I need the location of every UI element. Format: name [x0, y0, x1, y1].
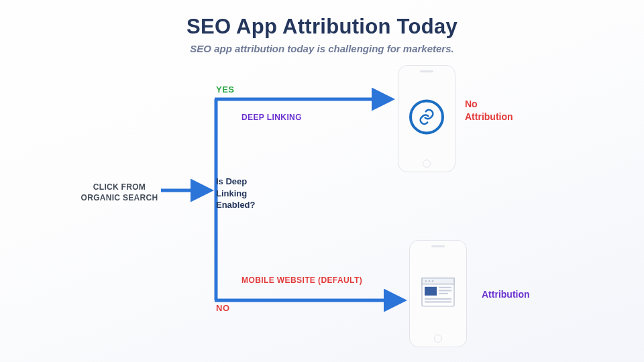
svg-rect-9 [425, 298, 451, 300]
svg-point-2 [425, 280, 427, 282]
browser-window-icon [421, 278, 455, 307]
phone-app-outcome [398, 65, 455, 172]
svg-rect-7 [439, 290, 451, 291]
branch-yes-label: YES [216, 84, 235, 96]
svg-point-4 [432, 280, 434, 282]
svg-rect-10 [425, 301, 451, 302]
link-chain-icon [409, 99, 444, 134]
branch-no-label: NO [216, 302, 230, 314]
svg-rect-6 [439, 287, 451, 288]
flow-arrows [0, 0, 644, 362]
path-mobile-website-label: MOBILE WEBSITE (DEFAULT) [241, 275, 362, 286]
decision-node-label: Is Deep Linking Enabled? [216, 176, 270, 211]
svg-point-3 [429, 280, 431, 282]
result-no-attribution-label: No Attribution [465, 98, 525, 123]
svg-rect-5 [425, 287, 437, 296]
start-node-label: CLICK FROM ORGANIC SEARCH [79, 182, 160, 203]
path-deep-linking-label: DEEP LINKING [241, 112, 302, 123]
svg-rect-8 [439, 293, 448, 294]
result-attribution-label: Attribution [482, 288, 530, 301]
phone-web-outcome [409, 240, 467, 347]
